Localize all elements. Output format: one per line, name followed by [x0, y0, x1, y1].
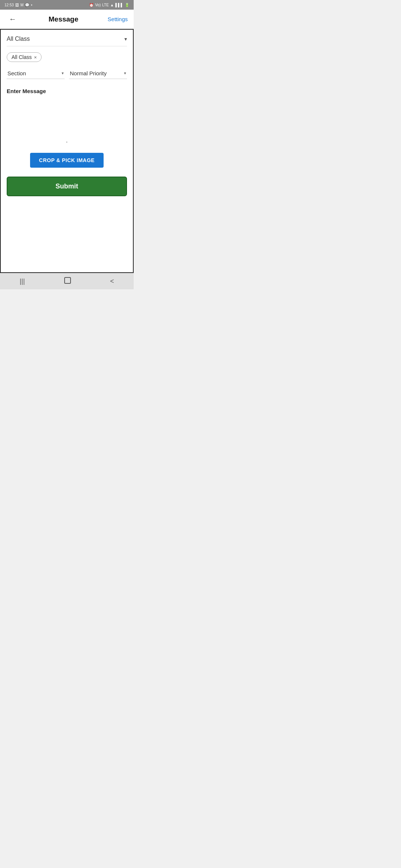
status-bar: 12:53 🖼 M 💬 • ⏰ Vo) LTE ▲ ▌▌▌ 🔋 — [0, 0, 134, 10]
gmail-icon: M — [20, 3, 23, 7]
priority-dropdown[interactable]: Normal Priority ▾ — [69, 68, 127, 79]
home-icon — [64, 277, 71, 284]
lte-icon: LTE — [102, 3, 109, 7]
form-section: All Class ▾ All Class × Section ▾ Normal… — [1, 30, 133, 204]
section-dropdown[interactable]: Section ▾ — [7, 68, 65, 79]
battery-icon: 🔋 — [125, 3, 129, 7]
back-button[interactable]: ← — [6, 12, 19, 26]
bottom-nav: ||| < — [0, 273, 134, 289]
submit-button[interactable]: Submit — [7, 177, 127, 196]
menu-nav-button[interactable]: ||| — [12, 274, 32, 288]
status-left: 12:53 🖼 M 💬 • — [4, 3, 32, 7]
cursor-dot: . — [7, 137, 127, 144]
priority-dropdown-arrow: ▾ — [124, 71, 126, 76]
main-content: All Class ▾ All Class × Section ▾ Normal… — [0, 29, 134, 273]
alarm-icon: ⏰ — [89, 3, 94, 7]
section-dropdown-label: Section — [7, 70, 59, 76]
signal-bars-icon: ▌▌▌ — [115, 3, 123, 7]
back-nav-button[interactable]: < — [103, 274, 122, 288]
wifi-icon: ▲ — [110, 3, 114, 7]
time-display: 12:53 — [4, 3, 14, 7]
settings-button[interactable]: Settings — [108, 16, 128, 22]
tags-row: All Class × — [7, 52, 127, 62]
dot-icon: • — [31, 3, 32, 7]
section-dropdown-arrow: ▾ — [62, 71, 64, 76]
tag-remove-button[interactable]: × — [34, 55, 37, 60]
photo-icon: 🖼 — [15, 3, 19, 7]
class-dropdown-arrow: ▾ — [124, 36, 127, 42]
crop-pick-image-button[interactable]: CROP & PICK IMAGE — [30, 153, 104, 168]
home-nav-button[interactable] — [57, 274, 78, 289]
chat-icon: 💬 — [25, 3, 29, 7]
message-input[interactable] — [7, 100, 127, 130]
class-dropdown-label: All Class — [7, 36, 30, 42]
class-dropdown[interactable]: All Class ▾ — [7, 36, 127, 46]
signal-text: Vo) — [95, 3, 101, 7]
priority-dropdown-label: Normal Priority — [70, 70, 122, 76]
tag-label: All Class — [12, 54, 32, 60]
message-label: Enter Message — [7, 88, 127, 94]
app-bar: ← Message Settings — [0, 10, 134, 29]
status-right: ⏰ Vo) LTE ▲ ▌▌▌ 🔋 — [89, 3, 129, 7]
all-class-tag: All Class × — [7, 52, 42, 62]
filter-row: Section ▾ Normal Priority ▾ — [7, 68, 127, 79]
page-title: Message — [49, 15, 78, 23]
